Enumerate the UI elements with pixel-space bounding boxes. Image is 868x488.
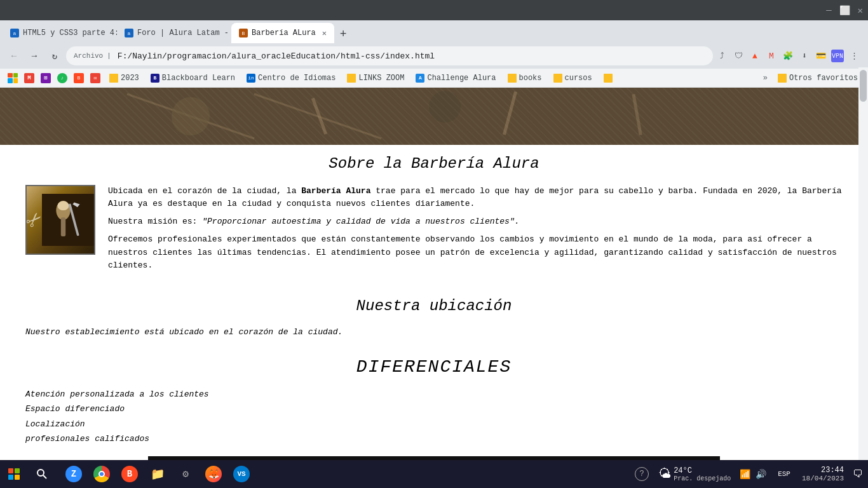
about-title: Sobre la Barbería Alura xyxy=(0,145,868,180)
maximize-button[interactable]: ⬜ xyxy=(839,5,850,16)
bookmark-blackboard[interactable]: B Blackboard Learn xyxy=(146,72,240,85)
new-tab-button[interactable]: + xyxy=(334,25,352,43)
svg-rect-11 xyxy=(61,217,65,236)
bookmark-gmail2[interactable]: ✉ xyxy=(88,72,103,85)
location-text: Nuestro establecimiento está ubicado en … xyxy=(25,327,843,337)
bookmark-windows-icon[interactable] xyxy=(5,72,20,85)
explorer-app[interactable]: 📁 xyxy=(145,461,170,487)
start-button[interactable] xyxy=(0,460,28,488)
toolbar-icons: ⤴ 🛡 ▲ M 🧩 ⬇ 💳 VPN ⋮ xyxy=(715,50,860,62)
location-section: Nuestro establecimiento está ubicado en … xyxy=(0,322,868,347)
bookmark-otros[interactable]: Otros favoritos xyxy=(773,72,863,85)
tab-1[interactable]: a HTML5 y CSS3 parte 4: Avanzando en ✕ xyxy=(3,23,117,43)
bookmark-challenge[interactable]: A Challenge Alura xyxy=(410,72,501,85)
zoom-app[interactable]: Z xyxy=(61,461,86,487)
network-icon: 📶 xyxy=(740,469,750,480)
menu-icon[interactable]: ⋮ xyxy=(848,50,860,62)
diferencial-4: profesionales calificados xyxy=(25,431,843,446)
diferencial-2: Espacio diferenciado xyxy=(25,402,843,416)
bookmark-2023[interactable]: 2023 xyxy=(104,72,144,85)
vpn-icon[interactable]: VPN xyxy=(831,50,844,62)
bookmark-zoom[interactable]: LINKS ZOOM xyxy=(342,72,409,85)
tab-2[interactable]: a Foro | Alura Latam - Cursos online de … xyxy=(117,23,231,43)
share-icon[interactable]: ⤴ xyxy=(715,50,728,62)
tab-bar: a HTML5 y CSS3 parte 4: Avanzando en ✕ a… xyxy=(0,20,868,43)
download-icon[interactable]: ⬇ xyxy=(798,50,811,62)
bookmark-gmail[interactable]: M xyxy=(22,72,37,85)
bookmark-otros-label: Otros favoritos xyxy=(789,74,858,83)
tab-3[interactable]: B Barbería ALura ✕ xyxy=(231,23,334,43)
bookmark-msn[interactable]: ⊞ xyxy=(38,72,53,85)
vscode-icon: VS xyxy=(233,466,250,482)
bookmark-blackboard-label: Blackboard Learn xyxy=(162,74,235,83)
diferencial-1: Atención personalizada a los clientes xyxy=(25,387,843,402)
bookmark-idiomas[interactable]: in Centro de Idiomas xyxy=(241,72,341,85)
bookmark-2023-label: 2023 xyxy=(121,74,139,83)
about-section: Ubicada en el corazón de la ciudad, la B… xyxy=(0,180,868,287)
bookmark-books[interactable]: books xyxy=(503,72,547,85)
diferenciales-section: DIFERENCIALES Atención personalizada a l… xyxy=(0,347,868,457)
wallet-icon[interactable]: 💳 xyxy=(815,50,827,62)
title-bar: — ⬜ ✕ xyxy=(0,0,868,20)
scrollbar-thumb[interactable] xyxy=(860,70,867,102)
gmail-icon[interactable]: M xyxy=(765,50,778,62)
zoom-icon: Z xyxy=(65,466,82,482)
taskbar-apps: Z B 📁 ⚙ 🦊 VS xyxy=(56,461,259,487)
chrome-icon xyxy=(93,466,110,482)
bookmark-brave[interactable]: B xyxy=(71,72,86,85)
brave-icon: B xyxy=(121,466,138,482)
shield-icon[interactable]: 🛡 xyxy=(732,50,745,62)
bookmark-challenge-label: Challenge Alura xyxy=(427,74,496,83)
window-controls: — ⬜ ✕ xyxy=(826,5,863,16)
minimize-button[interactable]: — xyxy=(826,5,831,15)
svg-line-1 xyxy=(127,94,254,139)
separator: | xyxy=(107,52,111,60)
bookmarks-bar: M ⊞ ♪ B ✉ 2023 B Blackboard Learn in Cen… xyxy=(0,69,868,88)
vscode-app[interactable]: VS xyxy=(229,461,254,487)
firefox-app[interactable]: 🦊 xyxy=(201,461,226,487)
brave-icon[interactable]: ▲ xyxy=(749,50,761,62)
notification-icon[interactable]: 🗨 xyxy=(853,468,863,480)
back-button[interactable]: ← xyxy=(5,47,23,65)
empty-folder-icon xyxy=(604,74,613,83)
diferencial-3: Localización xyxy=(25,417,843,431)
chrome-app[interactable] xyxy=(89,461,114,487)
bookmark-idiomas-label: Centro de Idiomas xyxy=(258,74,336,83)
scrollbar[interactable] xyxy=(858,67,868,461)
svg-point-3 xyxy=(172,97,210,135)
folder-icon xyxy=(109,74,118,83)
about-text-content: Ubicada en el corazón de la ciudad, la B… xyxy=(108,185,843,277)
idiomas-icon: in xyxy=(247,74,255,83)
bookmark-empty-folder[interactable] xyxy=(599,72,618,85)
weather-info: 24°C Prac. despejado xyxy=(674,466,731,482)
tab-2-label: Foro | Alura Latam - Cursos online de xyxy=(137,29,231,37)
blackboard-icon: B xyxy=(151,74,159,83)
url-text: F:/Naylin/programacion/alura_oracleEduca… xyxy=(118,51,435,61)
diferenciales-list: Atención personalizada a los clientes Es… xyxy=(25,387,843,447)
about-image xyxy=(25,185,95,255)
location-title: Nuestra ubicación xyxy=(0,287,868,322)
more-bookmarks-button[interactable]: » xyxy=(759,72,771,85)
firefox-icon: 🦊 xyxy=(205,466,222,482)
close-button[interactable]: ✕ xyxy=(858,5,863,16)
bookmark-cursos-label: cursos xyxy=(565,74,592,83)
settings-app[interactable]: ⚙ xyxy=(173,461,198,487)
bookmark-cursos[interactable]: cursos xyxy=(548,72,597,85)
explorer-icon: 📁 xyxy=(149,466,166,482)
settings-icon: ⚙ xyxy=(177,466,194,482)
bookmark-spotify[interactable]: ♪ xyxy=(55,72,70,85)
brave-app[interactable]: B xyxy=(117,461,142,487)
system-icons: 📶 🔊 xyxy=(735,469,771,480)
url-bar[interactable]: Archivo | F:/Naylin/programacion/alura_o… xyxy=(66,46,713,65)
about-paragraph-3: Ofrecemos profesionales experimentados q… xyxy=(108,233,843,271)
reload-button[interactable]: ↻ xyxy=(46,47,64,65)
search-button[interactable] xyxy=(28,460,56,488)
cursos-folder-icon xyxy=(553,74,562,83)
forward-button[interactable]: → xyxy=(25,47,43,65)
windows-icon xyxy=(8,468,20,480)
question-mark-app[interactable]: ? xyxy=(629,461,654,487)
tab-3-close[interactable]: ✕ xyxy=(322,29,327,38)
extension-icon[interactable]: 🧩 xyxy=(782,50,794,62)
clock[interactable]: 23:44 18/04/2023 xyxy=(797,466,849,482)
tab-1-label: HTML5 y CSS3 parte 4: Avanzando en xyxy=(23,29,117,37)
